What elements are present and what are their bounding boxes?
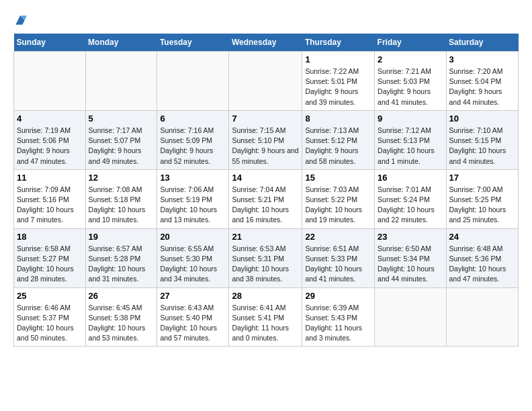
day-number: 27 (160, 291, 226, 301)
week-row-3: 11Sunrise: 7:09 AMSunset: 5:16 PMDayligh… (14, 169, 519, 228)
day-info: Sunrise: 6:48 AMSunset: 5:36 PMDaylight:… (449, 244, 515, 285)
day-number: 21 (232, 232, 299, 242)
day-cell: 11Sunrise: 7:09 AMSunset: 5:16 PMDayligh… (14, 169, 86, 228)
day-cell: 4Sunrise: 7:19 AMSunset: 5:06 PMDaylight… (14, 110, 86, 169)
calendar-table: SundayMondayTuesdayWednesdayThursdayFrid… (13, 34, 519, 347)
week-row-1: 1Sunrise: 7:22 AMSunset: 5:01 PMDaylight… (14, 52, 519, 111)
day-cell (375, 287, 446, 347)
day-number: 23 (378, 232, 443, 242)
week-row-4: 18Sunrise: 6:58 AMSunset: 5:27 PMDayligh… (14, 228, 519, 287)
header-day-monday: Monday (85, 34, 157, 52)
day-cell: 17Sunrise: 7:00 AMSunset: 5:25 PMDayligh… (446, 169, 518, 228)
day-cell: 18Sunrise: 6:58 AMSunset: 5:27 PMDayligh… (14, 228, 86, 287)
header-day-friday: Friday (375, 34, 446, 52)
day-info: Sunrise: 6:50 AMSunset: 5:34 PMDaylight:… (378, 244, 443, 285)
day-info: Sunrise: 7:09 AMSunset: 5:16 PMDaylight:… (17, 185, 83, 226)
day-info: Sunrise: 6:55 AMSunset: 5:30 PMDaylight:… (160, 244, 226, 285)
day-info: Sunrise: 6:46 AMSunset: 5:37 PMDaylight:… (17, 303, 83, 344)
day-number: 10 (449, 113, 515, 124)
header-day-sunday: Sunday (14, 34, 86, 52)
header-day-thursday: Thursday (302, 34, 375, 52)
day-cell: 1Sunrise: 7:22 AMSunset: 5:01 PMDaylight… (302, 52, 375, 111)
logo-icon (13, 13, 27, 27)
day-cell: 23Sunrise: 6:50 AMSunset: 5:34 PMDayligh… (375, 228, 446, 287)
day-number: 9 (378, 113, 443, 124)
header-row: SundayMondayTuesdayWednesdayThursdayFrid… (14, 34, 519, 52)
day-cell: 10Sunrise: 7:10 AMSunset: 5:15 PMDayligh… (446, 110, 518, 169)
day-cell: 21Sunrise: 6:53 AMSunset: 5:31 PMDayligh… (229, 228, 302, 287)
day-cell: 9Sunrise: 7:12 AMSunset: 5:13 PMDaylight… (375, 110, 446, 169)
day-number: 18 (17, 232, 83, 242)
day-number: 29 (305, 291, 371, 301)
day-cell: 13Sunrise: 7:06 AMSunset: 5:19 PMDayligh… (157, 169, 229, 228)
day-info: Sunrise: 6:45 AMSunset: 5:38 PMDaylight:… (89, 303, 154, 344)
day-number: 19 (89, 232, 154, 242)
day-number: 3 (449, 54, 515, 64)
day-info: Sunrise: 7:17 AMSunset: 5:07 PMDaylight:… (89, 126, 154, 167)
day-cell: 19Sunrise: 6:57 AMSunset: 5:28 PMDayligh… (85, 228, 157, 287)
day-number: 12 (89, 173, 154, 183)
day-cell: 5Sunrise: 7:17 AMSunset: 5:07 PMDaylight… (85, 110, 157, 169)
day-cell: 14Sunrise: 7:04 AMSunset: 5:21 PMDayligh… (229, 169, 302, 228)
day-number: 2 (378, 54, 443, 64)
day-cell: 27Sunrise: 6:43 AMSunset: 5:40 PMDayligh… (157, 287, 229, 347)
day-number: 6 (160, 113, 226, 124)
day-number: 13 (160, 173, 226, 183)
day-cell: 22Sunrise: 6:51 AMSunset: 5:33 PMDayligh… (302, 228, 375, 287)
day-number: 11 (17, 173, 83, 183)
day-cell: 15Sunrise: 7:03 AMSunset: 5:22 PMDayligh… (302, 169, 375, 228)
day-cell: 16Sunrise: 7:01 AMSunset: 5:24 PMDayligh… (375, 169, 446, 228)
header-day-wednesday: Wednesday (229, 34, 302, 52)
day-info: Sunrise: 6:57 AMSunset: 5:28 PMDaylight:… (89, 244, 154, 285)
day-number: 8 (305, 113, 371, 124)
day-info: Sunrise: 6:39 AMSunset: 5:43 PMDaylight:… (305, 303, 371, 344)
day-number: 1 (305, 54, 371, 64)
day-number: 20 (160, 232, 226, 242)
day-number: 4 (17, 113, 83, 124)
logo (13, 13, 30, 27)
day-cell (14, 52, 86, 111)
day-number: 24 (449, 232, 515, 242)
day-number: 22 (305, 232, 371, 242)
day-info: Sunrise: 7:04 AMSunset: 5:21 PMDaylight:… (232, 185, 299, 226)
page-header (13, 13, 519, 27)
day-info: Sunrise: 7:13 AMSunset: 5:12 PMDaylight:… (305, 126, 371, 167)
day-info: Sunrise: 7:01 AMSunset: 5:24 PMDaylight:… (378, 185, 443, 226)
day-info: Sunrise: 7:19 AMSunset: 5:06 PMDaylight:… (17, 126, 83, 167)
week-row-2: 4Sunrise: 7:19 AMSunset: 5:06 PMDaylight… (14, 110, 519, 169)
day-cell: 2Sunrise: 7:21 AMSunset: 5:03 PMDaylight… (375, 52, 446, 111)
day-info: Sunrise: 7:16 AMSunset: 5:09 PMDaylight:… (160, 126, 226, 167)
day-cell: 20Sunrise: 6:55 AMSunset: 5:30 PMDayligh… (157, 228, 229, 287)
day-number: 5 (89, 113, 154, 124)
calendar-header: SundayMondayTuesdayWednesdayThursdayFrid… (14, 34, 519, 52)
week-row-5: 25Sunrise: 6:46 AMSunset: 5:37 PMDayligh… (14, 287, 519, 347)
day-cell (446, 287, 518, 347)
day-number: 17 (449, 173, 515, 183)
day-cell: 7Sunrise: 7:15 AMSunset: 5:10 PMDaylight… (229, 110, 302, 169)
day-cell: 12Sunrise: 7:08 AMSunset: 5:18 PMDayligh… (85, 169, 157, 228)
day-info: Sunrise: 7:21 AMSunset: 5:03 PMDaylight:… (378, 66, 443, 107)
day-cell: 26Sunrise: 6:45 AMSunset: 5:38 PMDayligh… (85, 287, 157, 347)
day-info: Sunrise: 7:22 AMSunset: 5:01 PMDaylight:… (305, 66, 371, 107)
day-cell: 28Sunrise: 6:41 AMSunset: 5:41 PMDayligh… (229, 287, 302, 347)
day-info: Sunrise: 7:06 AMSunset: 5:19 PMDaylight:… (160, 185, 226, 226)
day-info: Sunrise: 7:12 AMSunset: 5:13 PMDaylight:… (378, 126, 443, 167)
day-info: Sunrise: 7:10 AMSunset: 5:15 PMDaylight:… (449, 126, 515, 167)
day-info: Sunrise: 6:41 AMSunset: 5:41 PMDaylight:… (232, 303, 299, 344)
day-info: Sunrise: 7:08 AMSunset: 5:18 PMDaylight:… (89, 185, 154, 226)
day-info: Sunrise: 6:51 AMSunset: 5:33 PMDaylight:… (305, 244, 371, 285)
day-number: 28 (232, 291, 299, 301)
day-cell (85, 52, 157, 111)
day-number: 7 (232, 113, 299, 124)
day-cell: 25Sunrise: 6:46 AMSunset: 5:37 PMDayligh… (14, 287, 86, 347)
day-number: 25 (17, 291, 83, 301)
day-cell: 3Sunrise: 7:20 AMSunset: 5:04 PMDaylight… (446, 52, 518, 111)
day-number: 16 (378, 173, 443, 183)
day-cell: 8Sunrise: 7:13 AMSunset: 5:12 PMDaylight… (302, 110, 375, 169)
day-number: 14 (232, 173, 299, 183)
day-info: Sunrise: 7:03 AMSunset: 5:22 PMDaylight:… (305, 185, 371, 226)
header-day-tuesday: Tuesday (157, 34, 229, 52)
header-day-saturday: Saturday (446, 34, 518, 52)
day-info: Sunrise: 7:00 AMSunset: 5:25 PMDaylight:… (449, 185, 515, 226)
day-number: 15 (305, 173, 371, 183)
